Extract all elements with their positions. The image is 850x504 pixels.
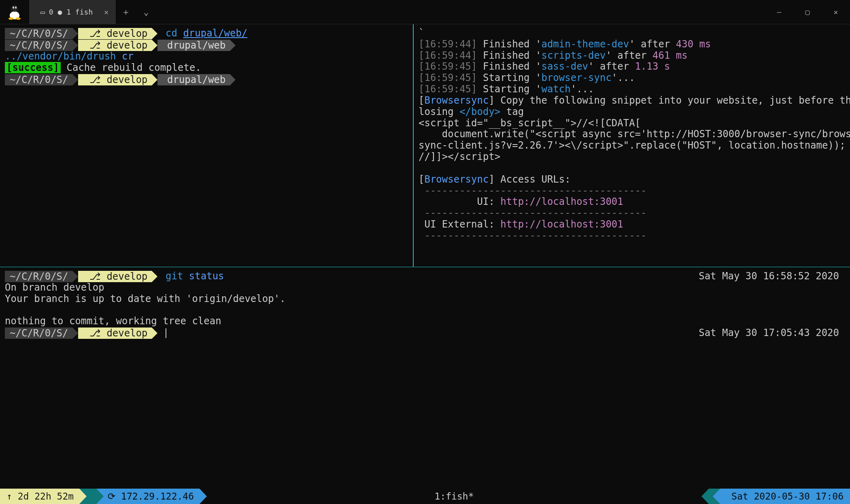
tab-panes-icon: ▭ bbox=[40, 8, 45, 16]
git-status-line: On branch develop bbox=[5, 282, 845, 293]
prompt-path: ~/C/R/0/S/ bbox=[10, 28, 68, 39]
status-ip: ⟳ 172.29.122.46 bbox=[96, 489, 200, 504]
linux-tux-icon bbox=[5, 2, 24, 22]
minimize-button[interactable]: — bbox=[765, 0, 793, 24]
cmd-arg: drupal/web/ bbox=[183, 28, 247, 39]
prompt-line: ~/C/R/0/S/ ⎇ develop drupal/web bbox=[5, 40, 230, 51]
tmux-statusbar: ↑ 2d 22h 52m ⟳ 172.29.122.46 1:fish* Sat… bbox=[0, 489, 850, 504]
prompt-line: ~/C/R/0/S/ ⎇ develop drupal/web bbox=[5, 74, 230, 85]
timestamp: Sat May 30 16:58:52 2020 bbox=[699, 270, 839, 282]
titlebar: ▭ 0 ● 1 fish ✕ ＋ ⌄ — ▢ ✕ bbox=[0, 0, 850, 24]
svg-point-8 bbox=[16, 17, 21, 20]
cmd-git-arg: status bbox=[189, 270, 224, 282]
pane-top-right[interactable]: ` [16:59:44] Finished 'admin-theme-dev' … bbox=[414, 24, 850, 267]
titlebar-left: ▭ 0 ● 1 fish ✕ ＋ ⌄ bbox=[0, 0, 765, 24]
tab-dropdown-button[interactable]: ⌄ bbox=[136, 0, 156, 24]
success-line: [success] Cache rebuild complete. bbox=[5, 62, 408, 74]
svg-point-2 bbox=[11, 4, 18, 12]
close-tab-icon[interactable]: ✕ bbox=[104, 8, 108, 16]
git-status-line: nothing to commit, working tree clean bbox=[5, 316, 845, 327]
prompt-branch: develop bbox=[106, 28, 147, 39]
window-controls: — ▢ ✕ bbox=[765, 0, 850, 24]
prompt-cwd: drupal/web bbox=[167, 40, 226, 51]
branch-icon: ⎇ bbox=[89, 28, 101, 39]
status-window: 1:fish* bbox=[200, 491, 709, 502]
new-tab-button[interactable]: ＋ bbox=[116, 0, 136, 24]
prompt-line: ~/C/R/0/S/ ⎇ develop bbox=[5, 327, 166, 339]
cmd-git: git bbox=[166, 270, 183, 282]
prompt-line: ~/C/R/0/S/ ⎇ develop cd drupal/web/ bbox=[5, 28, 247, 39]
tab-label: 0 ● 1 fish bbox=[49, 8, 93, 16]
cursor bbox=[166, 328, 166, 338]
svg-point-6 bbox=[15, 8, 16, 9]
drush-line: ../vendor/bin/drush cr bbox=[5, 51, 408, 62]
pane-bottom[interactable]: ~/C/R/0/S/ ⎇ develop git status Sat May … bbox=[0, 267, 850, 489]
status-datetime: Sat 2020-05-30 17:06 bbox=[720, 489, 850, 504]
svg-point-5 bbox=[13, 8, 14, 9]
timestamp: Sat May 30 17:05:43 2020 bbox=[699, 327, 839, 338]
top-split: ~/C/R/0/S/ ⎇ develop cd drupal/web/ ~/C/… bbox=[0, 24, 850, 267]
tab-controls: ＋ ⌄ bbox=[116, 0, 156, 24]
terminal-tab[interactable]: ▭ 0 ● 1 fish ✕ bbox=[29, 0, 116, 24]
maximize-button[interactable]: ▢ bbox=[793, 0, 822, 24]
terminal-area: ~/C/R/0/S/ ⎇ develop cd drupal/web/ ~/C/… bbox=[0, 24, 850, 489]
pane-top-left[interactable]: ~/C/R/0/S/ ⎇ develop cd drupal/web/ ~/C/… bbox=[0, 24, 413, 267]
status-uptime: ↑ 2d 22h 52m bbox=[0, 489, 79, 504]
prompt-line: ~/C/R/0/S/ ⎇ develop git status bbox=[5, 271, 224, 282]
close-window-button[interactable]: ✕ bbox=[822, 0, 850, 24]
cmd-cd: cd bbox=[166, 28, 177, 39]
svg-point-7 bbox=[8, 17, 13, 20]
git-status-line: Your branch is up to date with 'origin/d… bbox=[5, 293, 845, 305]
